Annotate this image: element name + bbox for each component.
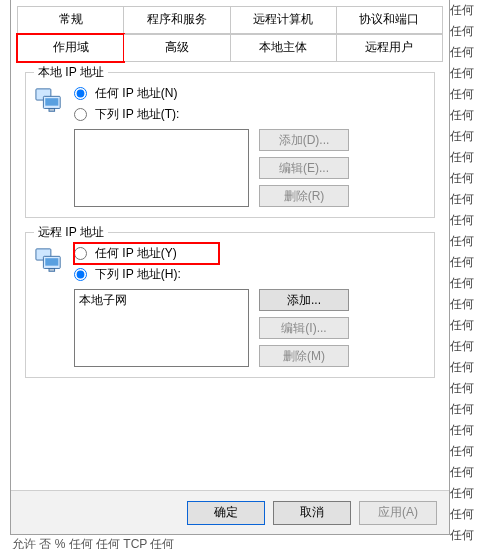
- remote-these-ip-radio[interactable]: 下列 IP 地址(H):: [74, 264, 426, 285]
- local-any-ip-label: 任何 IP 地址(N): [95, 85, 177, 102]
- ok-button[interactable]: 确定: [187, 501, 265, 525]
- scope-panel: 本地 IP 地址 任何 IP 地址(N): [11, 62, 449, 378]
- local-ip-listbox[interactable]: [74, 129, 249, 207]
- local-ip-group: 本地 IP 地址 任何 IP 地址(N): [25, 72, 435, 218]
- local-delete-button[interactable]: 删除(R): [259, 185, 349, 207]
- tab-advanced[interactable]: 高级: [124, 34, 230, 61]
- remote-any-ip-radio[interactable]: 任何 IP 地址(Y): [74, 243, 219, 264]
- remote-delete-button[interactable]: 删除(M): [259, 345, 349, 367]
- tab-general[interactable]: 常规: [17, 6, 124, 33]
- remote-ip-group: 远程 IP 地址 任何 IP 地址(Y): [25, 232, 435, 378]
- local-edit-button[interactable]: 编辑(E)...: [259, 157, 349, 179]
- remote-any-ip-radio-input[interactable]: [74, 247, 87, 260]
- tab-remote-computers[interactable]: 远程计算机: [231, 6, 337, 33]
- computer-icon: [34, 83, 68, 118]
- local-these-ip-label: 下列 IP 地址(T):: [95, 106, 179, 123]
- svg-rect-6: [45, 258, 58, 265]
- local-add-button[interactable]: 添加(D)...: [259, 129, 349, 151]
- remote-these-ip-label: 下列 IP 地址(H):: [95, 266, 181, 283]
- local-these-ip-radio-input[interactable]: [74, 108, 87, 121]
- status-row-hint: 允许 否 % 任何 任何 TCP 任何: [12, 536, 174, 549]
- tab-remote-users[interactable]: 远程用户: [337, 34, 443, 61]
- background-text: 任何 任何 任何 任何 任何 任何 任何 任何 任何 任何 任何 任何 任何 任…: [450, 0, 474, 546]
- local-any-ip-radio[interactable]: 任何 IP 地址(N): [74, 83, 426, 104]
- tab-row-1: 常规 程序和服务 远程计算机 协议和端口: [17, 6, 443, 34]
- svg-rect-3: [49, 108, 55, 111]
- remote-any-ip-label: 任何 IP 地址(Y): [95, 245, 177, 262]
- remote-ip-listbox[interactable]: 本地子网: [74, 289, 249, 367]
- svg-rect-7: [49, 268, 55, 271]
- tab-strip: 常规 程序和服务 远程计算机 协议和端口 作用域 高级 本地主体 远程用户: [11, 0, 449, 62]
- tab-programs[interactable]: 程序和服务: [124, 6, 230, 33]
- remote-edit-button[interactable]: 编辑(I)...: [259, 317, 349, 339]
- local-ip-title: 本地 IP 地址: [34, 64, 108, 81]
- svg-rect-2: [45, 98, 58, 105]
- local-these-ip-radio[interactable]: 下列 IP 地址(T):: [74, 104, 426, 125]
- list-item[interactable]: 本地子网: [79, 292, 244, 309]
- remote-ip-title: 远程 IP 地址: [34, 224, 108, 241]
- computer-icon: [34, 243, 68, 278]
- tab-scope[interactable]: 作用域: [17, 34, 124, 62]
- local-any-ip-radio-input[interactable]: [74, 87, 87, 100]
- remote-these-ip-radio-input[interactable]: [74, 268, 87, 281]
- remote-add-button[interactable]: 添加...: [259, 289, 349, 311]
- tab-local-principals[interactable]: 本地主体: [231, 34, 337, 61]
- dialog-footer: 确定 取消 应用(A): [11, 490, 449, 534]
- tab-protocols[interactable]: 协议和端口: [337, 6, 443, 33]
- cancel-button[interactable]: 取消: [273, 501, 351, 525]
- tab-row-2: 作用域 高级 本地主体 远程用户: [17, 34, 443, 62]
- apply-button[interactable]: 应用(A): [359, 501, 437, 525]
- properties-dialog: 常规 程序和服务 远程计算机 协议和端口 作用域 高级 本地主体 远程用户 本地…: [10, 0, 450, 535]
